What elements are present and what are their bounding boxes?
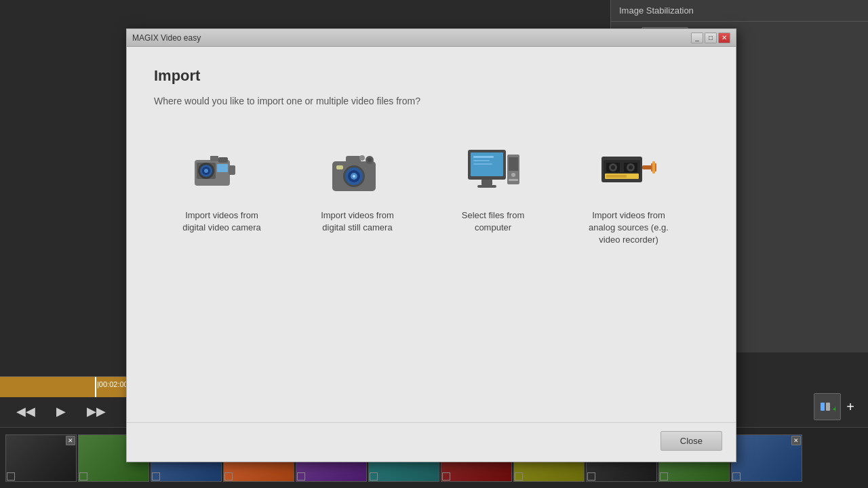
transport-controls: ◀◀ ▶ ▶▶ (14, 399, 108, 424)
svg-rect-26 (481, 180, 492, 185)
play-icon: ▶ (56, 404, 66, 419)
svg-rect-14 (346, 156, 361, 165)
svg-point-21 (359, 155, 365, 161)
dialog-window-controls: _ □ ✕ (691, 33, 730, 43)
fast-forward-icon: ▶▶ (87, 404, 106, 419)
filmstrip-corner-6 (442, 472, 450, 481)
filmstrip-corner-0 (7, 472, 15, 481)
svg-point-42 (629, 165, 633, 169)
dialog-subtitle: Where would you like to import one or mu… (154, 96, 709, 106)
svg-rect-44 (606, 175, 627, 178)
dialog-close-button[interactable]: ✕ (718, 33, 730, 43)
filmstrip-corner-8 (587, 472, 595, 481)
svg-point-40 (611, 165, 615, 169)
add-track-button[interactable]: + (814, 393, 841, 420)
zoom-button[interactable]: + (846, 399, 854, 415)
import-label-digital-still-camera: Import videos from digital still camera (314, 209, 401, 234)
computer-icon (462, 144, 524, 199)
filmstrip-corner-7 (515, 472, 523, 481)
dialog-minimize-button[interactable]: _ (691, 33, 703, 43)
svg-rect-34 (473, 163, 492, 165)
filmstrip-corner-1 (79, 472, 87, 481)
svg-rect-29 (509, 157, 518, 171)
filmstrip-corner-4 (297, 472, 305, 481)
import-options: Import videos from digital video camera (167, 134, 709, 258)
svg-rect-12 (210, 156, 218, 161)
import-dialog: MAGIX Video easy _ □ ✕ Import Where woul… (126, 28, 736, 462)
dialog-body: Import Where would you like to import on… (127, 47, 736, 422)
digital-still-camera-icon (327, 144, 388, 199)
import-label-digital-video-camera: Import videos from digital video camera (178, 209, 265, 234)
svg-rect-33 (473, 160, 490, 161)
filmstrip-close-0[interactable]: ✕ (66, 436, 75, 445)
svg-text:+: + (833, 403, 835, 414)
filmstrip-corner-3 (224, 472, 233, 481)
svg-rect-11 (229, 165, 235, 175)
svg-rect-20 (336, 165, 343, 169)
fast-forward-button[interactable]: ▶▶ (84, 399, 108, 424)
svg-point-30 (511, 173, 515, 177)
close-button[interactable]: Close (660, 431, 722, 451)
svg-rect-9 (217, 164, 228, 172)
dialog-maximize-button[interactable]: □ (705, 33, 717, 43)
import-option-digital-still-camera[interactable]: Import videos from digital still camera (303, 134, 412, 258)
bottom-right-controls: + + (814, 393, 854, 420)
svg-point-8 (204, 169, 208, 173)
filmstrip-corner-10 (732, 472, 741, 481)
time-code: |00:02:00 (97, 380, 128, 388)
filmstrip-corner-9 (660, 472, 668, 481)
rewind-button[interactable]: ◀◀ (14, 399, 38, 424)
dialog-titlebar: MAGIX Video easy _ □ ✕ (127, 29, 736, 47)
svg-rect-27 (477, 185, 496, 188)
svg-rect-0 (821, 403, 825, 411)
svg-point-19 (353, 175, 355, 178)
add-track-icon: + (819, 399, 835, 415)
svg-rect-1 (826, 403, 830, 411)
filmstrip-close-10[interactable]: ✕ (791, 436, 801, 445)
analog-sources-icon (598, 144, 659, 199)
dialog-heading: Import (154, 67, 709, 85)
image-stabilization-label: Image Stabilization (619, 5, 694, 16)
import-option-analog-sources[interactable]: Import videos from analog sources (e.g. … (574, 134, 683, 258)
svg-rect-32 (473, 156, 494, 158)
rewind-icon: ◀◀ (16, 404, 35, 419)
import-option-digital-video-camera[interactable]: Import videos from digital video camera (167, 134, 276, 258)
filmstrip-corner-5 (370, 472, 378, 481)
filmstrip-corner-2 (152, 472, 160, 481)
timeline-marker (95, 377, 96, 397)
right-panel-header: Image Stabilization (611, 0, 868, 22)
import-label-computer: Select files from computer (450, 209, 536, 234)
dialog-footer: Close (127, 422, 736, 462)
svg-point-23 (368, 158, 372, 162)
play-button[interactable]: ▶ (49, 399, 73, 424)
digital-video-camera-icon (191, 144, 252, 199)
dialog-title: MAGIX Video easy (132, 33, 201, 43)
filmstrip-thumb-10[interactable]: ✕ (731, 434, 802, 482)
svg-rect-47 (652, 161, 655, 174)
svg-rect-10 (218, 157, 228, 163)
import-label-analog-sources: Import videos from analog sources (e.g. … (585, 209, 672, 247)
import-option-computer[interactable]: Select files from computer (439, 134, 547, 258)
svg-rect-31 (509, 179, 518, 181)
filmstrip-thumb-0[interactable]: ✕ (5, 434, 77, 482)
